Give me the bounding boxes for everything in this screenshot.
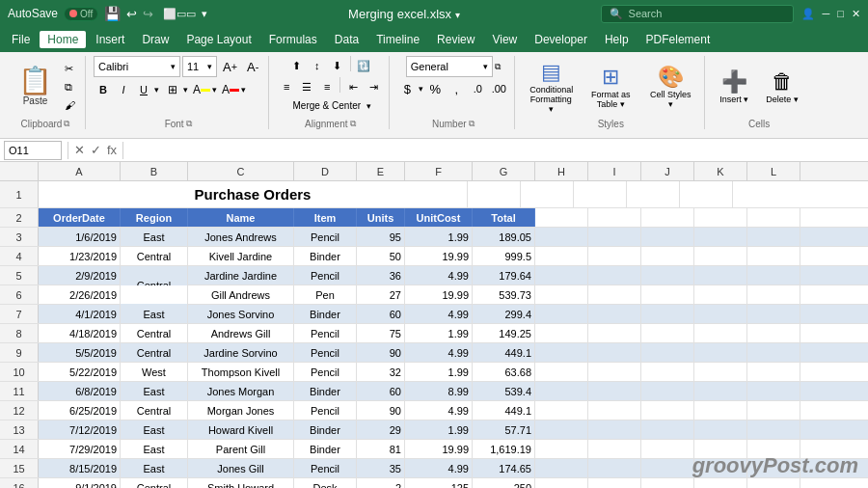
header-item[interactable]: Item: [294, 208, 357, 227]
cell-4i[interactable]: [588, 247, 641, 265]
underline-dropdown[interactable]: ▾: [154, 85, 159, 95]
cell-11f[interactable]: 8.99: [405, 382, 473, 400]
col-header-g[interactable]: G: [473, 162, 535, 181]
cell-12a[interactable]: 6/25/2019: [39, 401, 121, 420]
cell-11i[interactable]: [588, 382, 641, 400]
font-name-box[interactable]: Calibri ▾: [94, 56, 180, 77]
cell-14i[interactable]: [588, 440, 641, 458]
cell-5j[interactable]: [641, 266, 694, 285]
font-size-box[interactable]: 11 ▾: [182, 56, 217, 77]
cell-11g[interactable]: 539.4: [473, 382, 535, 400]
insert-function-icon[interactable]: fx: [107, 143, 117, 157]
border-button[interactable]: ⊞: [163, 80, 182, 99]
menu-insert[interactable]: Insert: [88, 31, 132, 48]
cell-8c[interactable]: Andrews Gill: [188, 324, 294, 342]
cell-11b[interactable]: East: [121, 382, 188, 400]
cell-8e[interactable]: 75: [357, 324, 405, 342]
cell-15e[interactable]: 35: [357, 459, 405, 477]
cell-14b[interactable]: East: [121, 440, 188, 458]
increase-font-btn[interactable]: A+: [219, 58, 241, 76]
cell-13c[interactable]: Howard Kivell: [188, 420, 294, 439]
title-cell[interactable]: Purchase Orders: [39, 181, 468, 207]
decrease-font-btn[interactable]: A-: [243, 58, 262, 76]
close-icon[interactable]: ✕: [852, 8, 860, 20]
cell-6l[interactable]: [747, 285, 800, 304]
row-num-6[interactable]: 6: [0, 285, 39, 304]
cell-6c[interactable]: Gill Andrews: [188, 285, 294, 304]
cell-15d[interactable]: Pencil: [294, 459, 357, 477]
align-middle-btn[interactable]: ↕: [308, 56, 327, 75]
header-region[interactable]: Region: [121, 208, 188, 227]
cell-16k[interactable]: [694, 478, 747, 488]
menu-review[interactable]: Review: [429, 31, 482, 48]
menu-help[interactable]: Help: [597, 31, 637, 48]
row-num-16[interactable]: 16: [0, 478, 39, 488]
cell-13l[interactable]: [747, 420, 800, 439]
cell-3i[interactable]: [588, 228, 641, 246]
cell-5c[interactable]: Jardine Jardine: [188, 266, 294, 285]
cell-13a[interactable]: 7/12/2019: [39, 420, 121, 439]
comma-btn[interactable]: ,: [447, 79, 466, 98]
cell-12h[interactable]: [535, 401, 588, 420]
cell-8l[interactable]: [747, 324, 800, 342]
col-header-f[interactable]: F: [405, 162, 473, 181]
cell-7k[interactable]: [694, 305, 747, 323]
cell-4e[interactable]: 50: [357, 247, 405, 265]
cell-2i[interactable]: [588, 208, 641, 227]
font-color-dropdown[interactable]: ▾: [241, 85, 246, 95]
cell-13k[interactable]: [694, 420, 747, 439]
cell-10d[interactable]: Pencil: [294, 363, 357, 381]
cell-7g[interactable]: 299.4: [473, 305, 535, 323]
align-right-btn[interactable]: ≡: [317, 77, 337, 96]
cell-16h[interactable]: [535, 478, 588, 488]
cell-16a[interactable]: 9/1/2019: [39, 478, 121, 488]
row-num-7[interactable]: 7: [0, 305, 39, 323]
cell-4d[interactable]: Binder: [294, 247, 357, 265]
cell-14c[interactable]: Parent Gill: [188, 440, 294, 458]
cell-13g[interactable]: 57.71: [473, 420, 535, 439]
row-num-1[interactable]: 1: [0, 181, 39, 207]
cell-5h[interactable]: [535, 266, 588, 285]
conditional-formatting-btn[interactable]: ▤ Conditional Formatting ▾: [523, 57, 579, 117]
cell-10l[interactable]: [747, 363, 800, 381]
cell-12c[interactable]: Morgan Jones: [188, 401, 294, 420]
align-bottom-btn[interactable]: ⬇: [328, 56, 347, 75]
cell-3e[interactable]: 95: [357, 228, 405, 246]
cell-5g[interactable]: 179.64: [473, 266, 535, 285]
cell-6f[interactable]: 19.99: [405, 285, 473, 304]
italic-button[interactable]: I: [114, 80, 133, 99]
search-box[interactable]: 🔍 Search: [601, 5, 794, 23]
menu-developer[interactable]: Developer: [527, 31, 595, 48]
col-header-k[interactable]: K: [694, 162, 747, 181]
cell-15g[interactable]: 174.65: [473, 459, 535, 477]
col-header-b[interactable]: B: [121, 162, 188, 181]
cell-11l[interactable]: [747, 382, 800, 400]
cell-7i[interactable]: [588, 305, 641, 323]
cell-6k[interactable]: [694, 285, 747, 304]
cell-15l[interactable]: [747, 459, 800, 477]
row-num-13[interactable]: 13: [0, 420, 39, 439]
menu-formulas[interactable]: Formulas: [261, 31, 325, 48]
align-center-btn[interactable]: ☰: [297, 77, 316, 96]
autosave-toggle[interactable]: Off: [64, 7, 98, 21]
increase-decimal-btn[interactable]: .00: [489, 79, 508, 98]
menu-draw[interactable]: Draw: [134, 31, 176, 48]
cell-2j[interactable]: [641, 208, 694, 227]
delete-cells-btn[interactable]: 🗑 Delete ▾: [759, 67, 805, 107]
cell-ref-box[interactable]: O11: [4, 141, 62, 160]
cell-13i[interactable]: [588, 420, 641, 439]
cell-12k[interactable]: [694, 401, 747, 420]
border-dropdown[interactable]: ▾: [183, 85, 188, 95]
cell-13j[interactable]: [641, 420, 694, 439]
col-header-i[interactable]: I: [588, 162, 641, 181]
cell-6a[interactable]: 2/26/2019: [39, 285, 121, 304]
restore-icon[interactable]: □: [837, 8, 844, 19]
cell-10c[interactable]: Thompson Kivell: [188, 363, 294, 381]
cell-10k[interactable]: [694, 363, 747, 381]
cell-2k[interactable]: [694, 208, 747, 227]
cell-1j[interactable]: [574, 181, 627, 207]
cell-4h[interactable]: [535, 247, 588, 265]
cell-12e[interactable]: 90: [357, 401, 405, 420]
cell-8f[interactable]: 1.99: [405, 324, 473, 342]
cell-16d[interactable]: Desk: [294, 478, 357, 488]
